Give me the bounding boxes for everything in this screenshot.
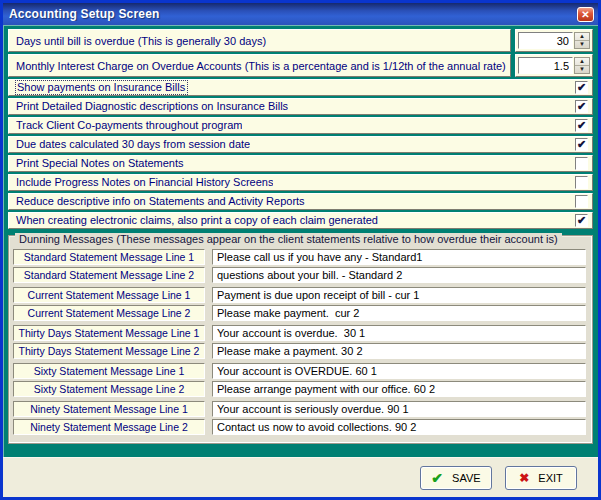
dunning-message-label: Standard Statement Message Line 1 bbox=[13, 249, 205, 265]
save-check-icon: ✔ bbox=[431, 471, 443, 485]
dunning-message-row: Sixty Statement Message Line 1 bbox=[13, 363, 586, 379]
dunning-message-row: Standard Statement Message Line 2 bbox=[13, 267, 586, 283]
window-title: Accounting Setup Screen bbox=[9, 7, 577, 21]
option-checkbox[interactable]: ✔ bbox=[575, 214, 588, 227]
option-label: Show payments on Insurance Bills bbox=[16, 81, 187, 94]
spinner-up-icon[interactable]: ▲ bbox=[575, 58, 589, 66]
close-icon[interactable]: ✕ bbox=[577, 7, 594, 22]
option-checkbox[interactable]: ✔ bbox=[575, 81, 588, 94]
save-button[interactable]: ✔ SAVE bbox=[420, 466, 492, 490]
option-row[interactable]: Reduce descriptive info on Statements an… bbox=[8, 193, 593, 210]
option-row[interactable]: Print Detailed Diagnostic descriptions o… bbox=[8, 98, 593, 115]
footer-bar: ✔ SAVE ✖ EXIT bbox=[3, 457, 598, 497]
spinner-control[interactable]: ▲ ▼ bbox=[574, 57, 590, 74]
dunning-message-label: Sixty Statement Message Line 1 bbox=[13, 363, 205, 379]
dunning-message-row: Ninety Statement Message Line 1 bbox=[13, 401, 586, 417]
dunning-message-row: Thirty Days Statement Message Line 1 bbox=[13, 325, 586, 341]
dialog-body: Days until bill is overdue (This is gene… bbox=[3, 25, 598, 457]
numeric-setting-spinner-panel: ▲ ▼ bbox=[515, 29, 593, 52]
dunning-message-label: Standard Statement Message Line 2 bbox=[13, 267, 205, 283]
dunning-message-row: Current Statement Message Line 1 bbox=[13, 287, 586, 303]
option-row[interactable]: When creating electronic claims, also pr… bbox=[8, 212, 593, 229]
option-label: Print Detailed Diagnostic descriptions o… bbox=[16, 100, 288, 113]
accounting-setup-dialog: Accounting Setup Screen ✕ Days until bil… bbox=[0, 0, 601, 500]
dunning-message-label: Ninety Statement Message Line 1 bbox=[13, 401, 205, 417]
dunning-message-row: Current Statement Message Line 2 bbox=[13, 305, 586, 321]
dunning-message-row: Standard Statement Message Line 1 bbox=[13, 249, 586, 265]
exit-button-label: EXIT bbox=[538, 472, 562, 484]
dunning-message-input[interactable] bbox=[212, 287, 586, 303]
dunning-message-row: Thirty Days Statement Message Line 2 bbox=[13, 343, 586, 359]
option-label: Reduce descriptive info on Statements an… bbox=[16, 195, 305, 208]
dunning-message-label: Thirty Days Statement Message Line 2 bbox=[13, 343, 205, 359]
numeric-settings-section: Days until bill is overdue (This is gene… bbox=[8, 29, 593, 79]
dunning-message-input[interactable] bbox=[212, 343, 586, 359]
option-row[interactable]: Due dates calculated 30 days from sessio… bbox=[8, 136, 593, 153]
dunning-message-label: Ninety Statement Message Line 2 bbox=[13, 419, 205, 435]
option-checkbox[interactable]: ✔ bbox=[575, 119, 588, 132]
option-row[interactable]: Show payments on Insurance Bills ✔ bbox=[8, 79, 593, 96]
numeric-value-input[interactable] bbox=[518, 32, 573, 49]
numeric-setting-row: Days until bill is overdue (This is gene… bbox=[8, 29, 593, 52]
dunning-group-caption: Dunning Messages (These messages appear … bbox=[15, 233, 562, 245]
option-label: Print Special Notes on Statements bbox=[16, 157, 184, 170]
option-checkbox[interactable] bbox=[575, 195, 588, 208]
numeric-setting-label-panel: Monthly Interest Charge on Overdue Accou… bbox=[8, 54, 511, 77]
option-label: Include Progress Notes on Financial Hist… bbox=[16, 176, 273, 189]
option-checkbox[interactable] bbox=[575, 157, 588, 170]
dunning-message-label: Sixty Statement Message Line 2 bbox=[13, 381, 205, 397]
titlebar[interactable]: Accounting Setup Screen ✕ bbox=[3, 3, 598, 25]
numeric-value-input[interactable] bbox=[518, 57, 573, 74]
dunning-message-input[interactable] bbox=[212, 249, 586, 265]
spinner-control[interactable]: ▲ ▼ bbox=[574, 32, 590, 49]
option-checkbox[interactable]: ✔ bbox=[575, 100, 588, 113]
dunning-rows-container: Standard Statement Message Line 1 Standa… bbox=[13, 249, 586, 435]
dunning-message-input[interactable] bbox=[212, 381, 586, 397]
numeric-setting-spinner-panel: ▲ ▼ bbox=[515, 54, 593, 77]
dunning-message-input[interactable] bbox=[212, 325, 586, 341]
exit-button[interactable]: ✖ EXIT bbox=[505, 466, 577, 490]
spinner-down-icon[interactable]: ▼ bbox=[575, 41, 589, 48]
spinner-down-icon[interactable]: ▼ bbox=[575, 66, 589, 73]
dunning-message-input[interactable] bbox=[212, 363, 586, 379]
dunning-message-row: Sixty Statement Message Line 2 bbox=[13, 381, 586, 397]
option-label: Track Client Co-payments throughout prog… bbox=[16, 119, 242, 132]
option-label: Due dates calculated 30 days from sessio… bbox=[16, 138, 250, 151]
option-row[interactable]: Include Progress Notes on Financial Hist… bbox=[8, 174, 593, 191]
numeric-setting-row: Monthly Interest Charge on Overdue Accou… bbox=[8, 54, 593, 77]
checkbox-options-section: Show payments on Insurance Bills ✔ Print… bbox=[8, 79, 593, 231]
dunning-message-input[interactable] bbox=[212, 267, 586, 283]
numeric-setting-label-panel: Days until bill is overdue (This is gene… bbox=[8, 29, 511, 52]
option-checkbox[interactable]: ✔ bbox=[575, 138, 588, 151]
spinner-up-icon[interactable]: ▲ bbox=[575, 33, 589, 41]
dunning-message-row: Ninety Statement Message Line 2 bbox=[13, 419, 586, 435]
option-label: When creating electronic claims, also pr… bbox=[16, 214, 378, 227]
option-row[interactable]: Print Special Notes on Statements bbox=[8, 155, 593, 172]
dunning-message-label: Thirty Days Statement Message Line 1 bbox=[13, 325, 205, 341]
save-button-label: SAVE bbox=[452, 472, 481, 484]
dunning-messages-group: Dunning Messages (These messages appear … bbox=[8, 235, 593, 444]
dunning-message-input[interactable] bbox=[212, 419, 586, 435]
dunning-message-label: Current Statement Message Line 1 bbox=[13, 287, 205, 303]
dunning-message-label: Current Statement Message Line 2 bbox=[13, 305, 205, 321]
option-checkbox[interactable] bbox=[575, 176, 588, 189]
dunning-message-input[interactable] bbox=[212, 305, 586, 321]
numeric-setting-label: Days until bill is overdue (This is gene… bbox=[16, 35, 266, 47]
exit-x-icon: ✖ bbox=[519, 472, 529, 484]
dunning-message-input[interactable] bbox=[212, 401, 586, 417]
option-row[interactable]: Track Client Co-payments throughout prog… bbox=[8, 117, 593, 134]
numeric-setting-label: Monthly Interest Charge on Overdue Accou… bbox=[16, 60, 506, 72]
